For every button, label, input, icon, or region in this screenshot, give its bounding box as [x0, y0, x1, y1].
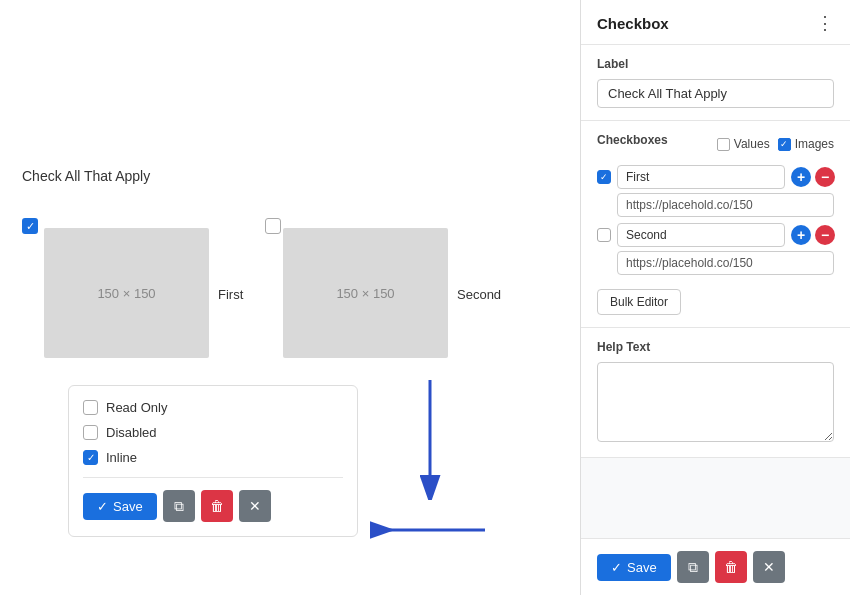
label-input[interactable] — [597, 79, 834, 108]
divider — [83, 477, 343, 478]
item2-url-input[interactable] — [617, 251, 834, 275]
option-row-disabled: Disabled — [83, 425, 343, 440]
inline-label: Inline — [106, 450, 137, 465]
panel-close-button[interactable]: ✕ — [753, 551, 785, 583]
item1-text-input[interactable] — [617, 165, 785, 189]
right-panel: Checkbox ⋮ Label Checkboxes Values Image… — [580, 0, 850, 595]
item1-actions: + − — [791, 167, 835, 187]
option-row-readonly: Read Only — [83, 400, 343, 415]
panel-save-label: Save — [627, 560, 657, 575]
item2-remove-button[interactable]: − — [815, 225, 835, 245]
image-card-1: 150 × 150 — [44, 228, 209, 358]
checkboxes-header: Checkboxes Values Images — [597, 133, 834, 155]
save-check-icon: ✓ — [97, 499, 108, 514]
arrow-left — [370, 515, 490, 545]
bulk-editor-button[interactable]: Bulk Editor — [597, 289, 681, 315]
card1-label: First — [218, 287, 243, 302]
values-toggle: Values — [717, 137, 770, 151]
images-label: Images — [795, 137, 834, 151]
checkboxes-heading: Checkboxes — [597, 133, 668, 147]
checkbox-item-1: + − — [597, 165, 834, 217]
values-checkbox[interactable] — [717, 138, 730, 151]
arrow-down — [415, 380, 445, 500]
canvas-action-buttons: ✓ Save ⧉ 🗑 ✕ — [83, 490, 343, 522]
card2-text: 150 × 150 — [336, 286, 394, 301]
item1-checkbox[interactable] — [597, 170, 611, 184]
help-text-input[interactable] — [597, 362, 834, 442]
help-text-section: Help Text — [581, 328, 850, 458]
checkbox-item-2: + − — [597, 223, 834, 275]
disabled-checkbox[interactable] — [83, 425, 98, 440]
panel-close-icon: ✕ — [763, 559, 775, 575]
item2-add-button[interactable]: + — [791, 225, 811, 245]
label-section: Label — [581, 45, 850, 121]
help-text-heading: Help Text — [597, 340, 834, 354]
panel-menu-button[interactable]: ⋮ — [816, 14, 834, 32]
panel-save-button[interactable]: ✓ Save — [597, 554, 671, 581]
main-checkbox-unchecked[interactable] — [265, 218, 281, 234]
main-checkbox-checked[interactable] — [22, 218, 38, 234]
panel-header: Checkbox ⋮ — [581, 0, 850, 45]
panel-delete-button[interactable]: 🗑 — [715, 551, 747, 583]
canvas-close-button[interactable]: ✕ — [239, 490, 271, 522]
image-card-2: 150 × 150 — [283, 228, 448, 358]
item1-url-input[interactable] — [617, 193, 834, 217]
panel-copy-icon: ⧉ — [688, 559, 698, 576]
item1-remove-button[interactable]: − — [815, 167, 835, 187]
delete-icon: 🗑 — [210, 498, 224, 514]
panel-footer: ✓ Save ⧉ 🗑 ✕ — [581, 538, 850, 595]
panel-save-check-icon: ✓ — [611, 560, 622, 575]
options-box: Read Only Disabled Inline ✓ Save ⧉ 🗑 ✕ — [68, 385, 358, 537]
inline-checkbox[interactable] — [83, 450, 98, 465]
close-icon: ✕ — [249, 498, 261, 514]
item2-actions: + − — [791, 225, 835, 245]
option-row-inline: Inline — [83, 450, 343, 465]
checkbox-item-1-main: + − — [597, 165, 834, 189]
checkboxes-toggles: Values Images — [717, 137, 834, 151]
item1-add-button[interactable]: + — [791, 167, 811, 187]
readonly-checkbox[interactable] — [83, 400, 98, 415]
values-label: Values — [734, 137, 770, 151]
canvas-delete-button[interactable]: 🗑 — [201, 490, 233, 522]
images-toggle: Images — [778, 137, 834, 151]
canvas-save-button[interactable]: ✓ Save — [83, 493, 157, 520]
canvas-area: Check All That Apply 150 × 150 150 × 150… — [0, 0, 580, 595]
checkboxes-section: Checkboxes Values Images + − — [581, 121, 850, 328]
images-checkbox[interactable] — [778, 138, 791, 151]
panel-delete-icon: 🗑 — [724, 559, 738, 575]
panel-copy-button[interactable]: ⧉ — [677, 551, 709, 583]
canvas-copy-button[interactable]: ⧉ — [163, 490, 195, 522]
card2-label: Second — [457, 287, 501, 302]
readonly-label: Read Only — [106, 400, 167, 415]
item2-text-input[interactable] — [617, 223, 785, 247]
copy-icon: ⧉ — [174, 498, 184, 515]
panel-title: Checkbox — [597, 15, 669, 32]
disabled-label: Disabled — [106, 425, 157, 440]
component-label: Check All That Apply — [22, 168, 150, 184]
item2-checkbox[interactable] — [597, 228, 611, 242]
checkbox-item-2-main: + − — [597, 223, 834, 247]
label-heading: Label — [597, 57, 834, 71]
card1-text: 150 × 150 — [97, 286, 155, 301]
